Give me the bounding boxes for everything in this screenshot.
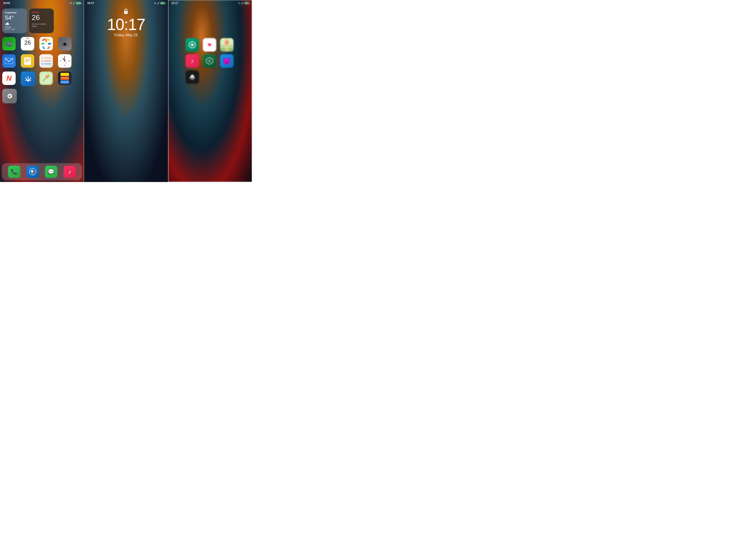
right-status-time: 10:17 [171, 2, 178, 5]
cloud-icon: ☁️ [5, 22, 24, 26]
lock-status-bar: 10:17 ✈ 🔗 [84, 0, 168, 6]
svg-rect-23 [25, 62, 28, 62]
perplexity-app[interactable] [185, 70, 199, 84]
home-dock: 📞 💬 ♪ [2, 163, 82, 180]
phone-icon: 📞 [11, 168, 17, 175]
maps2-app[interactable] [220, 38, 233, 52]
home-status-bar: 10:02 ✈ 🔗 [0, 0, 84, 6]
messages-app[interactable]: 💬 [45, 166, 57, 178]
clock-app[interactable] [58, 54, 71, 68]
reminders-app[interactable] [39, 54, 53, 68]
weather-hi-lo: H:71° L:52° [5, 28, 24, 30]
link-icon: 🔗 [73, 2, 75, 4]
mail-icon [5, 58, 13, 64]
mail-app[interactable] [2, 54, 16, 68]
svg-line-35 [26, 78, 28, 82]
widgets-row: Cupertino 54° ☁️ Cloudy H:71° L:52° FRID… [2, 9, 54, 33]
calendar-app[interactable]: FRI 26 [21, 37, 34, 50]
troll-app[interactable]: 😈 [220, 54, 233, 68]
lock-date: Friday, May 26 [114, 33, 138, 37]
svg-point-3 [41, 43, 45, 45]
music-dock-app[interactable]: ♪ [64, 166, 76, 178]
home-time: 10:02 [3, 2, 10, 5]
svg-point-40 [9, 95, 11, 97]
messages-icon: 💬 [48, 168, 54, 175]
news-icon: N [2, 71, 16, 85]
music-dock-icon: ♪ [68, 168, 71, 175]
battery-icon [76, 2, 81, 4]
mani-app[interactable] [185, 38, 199, 52]
svg-point-32 [64, 60, 65, 61]
weather-widget[interactable]: Cupertino 54° ☁️ Cloudy H:71° L:52° [2, 9, 27, 33]
weather-city: Cupertino [5, 11, 24, 14]
facetime-app[interactable]: 📹 [2, 37, 16, 50]
app-grid: 📹 FRI 26 [2, 37, 73, 121]
maps-icon [39, 71, 53, 85]
phone-app[interactable]: 📞 [8, 166, 20, 178]
lock-status-icons: ✈ 🔗 [154, 2, 165, 4]
svg-point-49 [191, 43, 194, 46]
weather-condition: Cloudy [5, 26, 24, 28]
calendar-widget[interactable]: FRIDAY 26 No more events today [29, 9, 54, 33]
camera-icon [61, 41, 68, 47]
notes-icon [24, 57, 32, 65]
safari-app[interactable] [26, 166, 39, 178]
calendar-widget-note: No more events today [32, 23, 51, 27]
calendar-widget-date: 26 [32, 14, 51, 21]
calendar-widget-day: FRIDAY [32, 11, 51, 13]
lock-screen: 10:17 ✈ 🔗 10:17 Friday, May 26 [84, 0, 168, 182]
right-airplane-icon: ✈ [238, 2, 240, 4]
news-app[interactable]: N [2, 71, 16, 85]
right-screen: 10:17 ✈ 🔗 ♥ [168, 0, 252, 182]
calendar-date-num: 26 [24, 40, 31, 45]
altstore-app[interactable]: A [203, 54, 216, 68]
facetime-icon: 📹 [5, 40, 13, 47]
lock-icon [123, 9, 128, 15]
home-screen: 10:02 ✈ 🔗 Cupertino 54° ☁️ Cloudy H:71° … [0, 0, 84, 182]
wallet-app[interactable] [58, 71, 71, 85]
troll-icon: 😈 [223, 57, 231, 65]
svg-rect-53 [225, 38, 228, 52]
maps-app[interactable] [39, 71, 53, 85]
reminders-icon [39, 54, 53, 68]
music2-app[interactable]: ♪ [185, 54, 199, 68]
right-link-icon: 🔗 [241, 2, 243, 4]
maps2-icon [220, 38, 233, 52]
svg-rect-16 [64, 41, 66, 42]
lock-time: 10:17 [107, 15, 145, 34]
camera-app[interactable] [58, 37, 71, 50]
photos-icon [41, 38, 52, 49]
right-status-bar: 10:17 ✈ 🔗 [168, 0, 252, 6]
health-app[interactable]: ♥ [203, 38, 216, 52]
weather-temp: 54° [5, 14, 24, 21]
safari-icon [29, 168, 36, 175]
lock-airplane-icon: ✈ [154, 2, 156, 4]
altstore-icon: A [205, 57, 213, 65]
right-app-grid: ♥ ♪ A 😈 [185, 38, 235, 84]
svg-point-4 [48, 43, 51, 45]
right-battery-icon [244, 2, 249, 4]
settings-icon [6, 93, 13, 100]
svg-point-17 [67, 42, 67, 43]
mani-icon [188, 41, 196, 49]
perplexity-icon [188, 73, 196, 81]
svg-text:A: A [208, 59, 211, 63]
svg-point-55 [226, 42, 228, 43]
svg-point-39 [47, 76, 48, 77]
health-icon: ♥ [207, 41, 211, 49]
right-status-icons: ✈ 🔗 [238, 2, 249, 4]
svg-rect-20 [24, 57, 31, 65]
svg-point-2 [45, 39, 47, 42]
home-status-icons: ✈ 🔗 [70, 2, 81, 4]
airplane-icon: ✈ [70, 2, 72, 4]
lock-battery-icon [160, 2, 165, 4]
settings-app[interactable] [2, 89, 17, 103]
notes-app[interactable] [21, 54, 34, 68]
music2-icon: ♪ [191, 57, 194, 65]
clock-icon [58, 54, 71, 68]
photos-app[interactable] [39, 37, 53, 50]
appstore-app[interactable] [21, 71, 35, 86]
svg-line-36 [28, 78, 31, 82]
wallet-icon [58, 71, 71, 85]
svg-point-47 [125, 12, 126, 13]
